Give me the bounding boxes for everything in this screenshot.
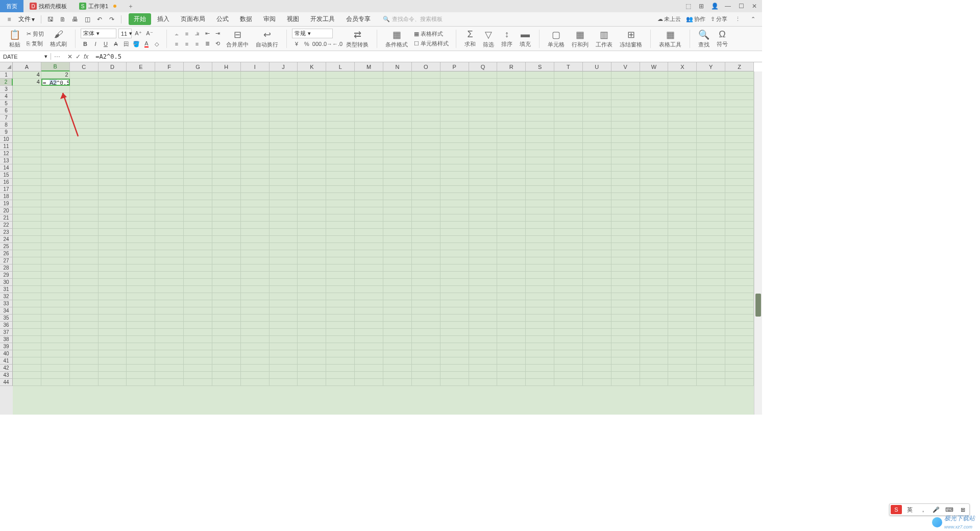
- cell-R16[interactable]: [497, 179, 526, 186]
- cell-I6[interactable]: [241, 107, 270, 114]
- row-header-42[interactable]: 42: [0, 365, 13, 372]
- cell-H3[interactable]: [212, 86, 241, 93]
- cell-F18[interactable]: [155, 193, 184, 200]
- col-header-O[interactable]: O: [412, 62, 440, 71]
- cell-G7[interactable]: [184, 114, 212, 122]
- cell-O9[interactable]: [412, 129, 440, 136]
- cell-C30[interactable]: [70, 279, 99, 286]
- cell-U35[interactable]: [583, 315, 611, 322]
- cell-C43[interactable]: [70, 372, 99, 379]
- cell-U33[interactable]: [583, 300, 611, 307]
- cell-Q8[interactable]: [469, 122, 498, 129]
- cell-I30[interactable]: [241, 279, 270, 286]
- cell-J43[interactable]: [270, 372, 298, 379]
- cell-H18[interactable]: [212, 193, 241, 200]
- cell-R28[interactable]: [497, 264, 526, 272]
- cell-W23[interactable]: [640, 229, 669, 236]
- cell-F29[interactable]: [155, 272, 184, 279]
- row-header-43[interactable]: 43: [0, 372, 13, 379]
- cell-D39[interactable]: [99, 343, 127, 350]
- cell-C25[interactable]: [70, 243, 99, 250]
- cell-L20[interactable]: [326, 207, 355, 214]
- cell-L7[interactable]: [326, 114, 355, 122]
- cell-C5[interactable]: [70, 100, 99, 107]
- cell-L1[interactable]: [326, 71, 355, 79]
- cell-P35[interactable]: [440, 315, 469, 322]
- cell-H33[interactable]: [212, 300, 241, 307]
- cell-Z27[interactable]: [725, 257, 754, 264]
- cell-S1[interactable]: [526, 71, 554, 79]
- cell-D31[interactable]: [99, 286, 127, 293]
- cell-N29[interactable]: [383, 272, 412, 279]
- cell-Y32[interactable]: [697, 293, 725, 300]
- bold-button[interactable]: B: [81, 39, 90, 49]
- cell-G42[interactable]: [184, 365, 212, 372]
- cell-H35[interactable]: [212, 315, 241, 322]
- cell-T10[interactable]: [554, 136, 583, 143]
- row-header-34[interactable]: 34: [0, 307, 13, 315]
- expand-icon[interactable]: ⋯: [51, 53, 63, 60]
- cell-Z6[interactable]: [725, 107, 754, 114]
- cell-T12[interactable]: [554, 150, 583, 157]
- cell-S34[interactable]: [526, 307, 554, 315]
- cell-X35[interactable]: [668, 315, 697, 322]
- cell-C35[interactable]: [70, 315, 99, 322]
- cell-R29[interactable]: [497, 272, 526, 279]
- cell-V1[interactable]: [611, 71, 640, 79]
- cell-N10[interactable]: [383, 136, 412, 143]
- cell-S37[interactable]: [526, 329, 554, 336]
- cell-Y26[interactable]: [697, 250, 725, 257]
- cell-Q13[interactable]: [469, 157, 498, 164]
- cell-Q41[interactable]: [469, 357, 498, 365]
- cell-Z20[interactable]: [725, 207, 754, 214]
- cell-X27[interactable]: [668, 257, 697, 264]
- cell-W9[interactable]: [640, 129, 669, 136]
- indent-right-icon[interactable]: ⇥: [213, 29, 222, 38]
- cell-K8[interactable]: [298, 122, 326, 129]
- cell-C12[interactable]: [70, 150, 99, 157]
- cell-D1[interactable]: [99, 71, 127, 79]
- cell-C14[interactable]: [70, 164, 99, 172]
- cell-E7[interactable]: [127, 114, 155, 122]
- cell-T21[interactable]: [554, 214, 583, 222]
- cell-M13[interactable]: [355, 157, 383, 164]
- cell-J17[interactable]: [270, 186, 298, 193]
- cell-J8[interactable]: [270, 122, 298, 129]
- cell-R7[interactable]: [497, 114, 526, 122]
- cell-F1[interactable]: [155, 71, 184, 79]
- cell-H7[interactable]: [212, 114, 241, 122]
- cell-V17[interactable]: [611, 186, 640, 193]
- cell-J7[interactable]: [270, 114, 298, 122]
- cell-C41[interactable]: [70, 357, 99, 365]
- col-header-N[interactable]: N: [383, 62, 412, 71]
- cell-W6[interactable]: [640, 107, 669, 114]
- cell-O15[interactable]: [412, 172, 440, 179]
- format-painter-button[interactable]: 🖌格式刷: [47, 28, 70, 49]
- cell-N31[interactable]: [383, 286, 412, 293]
- cell-J20[interactable]: [270, 207, 298, 214]
- cell-H34[interactable]: [212, 307, 241, 315]
- row-header-26[interactable]: 26: [0, 250, 13, 257]
- cell-J21[interactable]: [270, 214, 298, 222]
- cell-N42[interactable]: [383, 365, 412, 372]
- cell-T14[interactable]: [554, 164, 583, 172]
- cell-D9[interactable]: [99, 129, 127, 136]
- cell-G34[interactable]: [184, 307, 212, 315]
- cell-O17[interactable]: [412, 186, 440, 193]
- cell-X11[interactable]: [668, 143, 697, 150]
- cell-Q27[interactable]: [469, 257, 498, 264]
- cell-X12[interactable]: [668, 150, 697, 157]
- cell-T27[interactable]: [554, 257, 583, 264]
- cell-K15[interactable]: [298, 172, 326, 179]
- menu-tab-review[interactable]: 审阅: [258, 13, 281, 25]
- cell-O3[interactable]: [412, 86, 440, 93]
- cell-L17[interactable]: [326, 186, 355, 193]
- cell-L33[interactable]: [326, 300, 355, 307]
- cell-D35[interactable]: [99, 315, 127, 322]
- cell-F19[interactable]: [155, 200, 184, 207]
- cell-Y29[interactable]: [697, 272, 725, 279]
- row-header-1[interactable]: 1: [0, 71, 13, 79]
- cell-Y24[interactable]: [697, 236, 725, 243]
- cell-Q4[interactable]: [469, 93, 498, 100]
- cell-I42[interactable]: [241, 365, 270, 372]
